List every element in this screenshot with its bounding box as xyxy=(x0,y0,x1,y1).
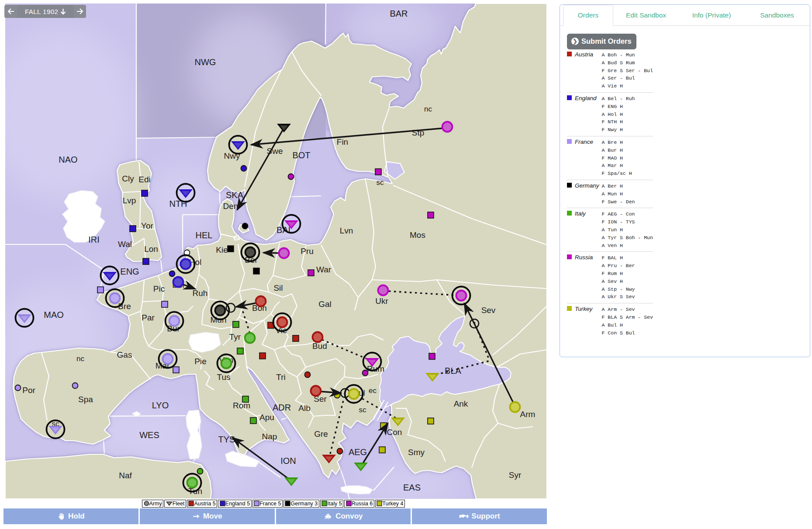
svg-text:Gas: Gas xyxy=(117,350,132,359)
svg-text:sc: sc xyxy=(359,406,367,414)
svg-text:Par: Par xyxy=(142,313,155,322)
svg-text:Sev: Sev xyxy=(481,306,496,315)
svg-text:War: War xyxy=(316,265,332,274)
svg-text:Lon: Lon xyxy=(144,244,158,254)
svg-text:Smy: Smy xyxy=(408,448,425,457)
svg-text:SKA: SKA xyxy=(226,190,244,200)
svg-text:Ank: Ank xyxy=(454,399,468,408)
svg-text:Ukr: Ukr xyxy=(375,296,388,306)
svg-text:MAO: MAO xyxy=(44,310,64,320)
svg-text:ec: ec xyxy=(369,386,377,395)
svg-text:Alb: Alb xyxy=(298,404,310,413)
svg-text:Cly: Cly xyxy=(122,174,134,183)
svg-text:Bud: Bud xyxy=(312,341,327,351)
svg-text:NAO: NAO xyxy=(59,155,77,164)
svg-text:Edi: Edi xyxy=(138,175,150,184)
svg-text:ENG: ENG xyxy=(120,267,139,276)
svg-text:Mos: Mos xyxy=(410,230,425,240)
svg-text:Kie: Kie xyxy=(216,245,228,254)
svg-text:Apu: Apu xyxy=(259,413,274,422)
svg-text:Spa: Spa xyxy=(78,395,93,404)
svg-text:BAR: BAR xyxy=(390,9,408,18)
svg-text:Naf: Naf xyxy=(119,471,132,480)
svg-text:Yor: Yor xyxy=(141,221,153,230)
svg-text:AEG: AEG xyxy=(349,447,367,457)
svg-text:TYS: TYS xyxy=(218,435,235,444)
svg-text:Pru: Pru xyxy=(301,247,314,256)
svg-text:IRI: IRI xyxy=(88,235,100,244)
svg-text:Lvp: Lvp xyxy=(123,196,136,205)
svg-text:nc: nc xyxy=(76,355,84,363)
svg-text:Arm: Arm xyxy=(520,410,536,419)
svg-text:ION: ION xyxy=(280,456,296,466)
svg-text:Gre: Gre xyxy=(314,429,328,439)
svg-text:Tyr: Tyr xyxy=(229,332,241,341)
svg-text:Gal: Gal xyxy=(318,299,332,309)
svg-text:Sil: Sil xyxy=(273,283,283,292)
svg-text:Por: Por xyxy=(22,386,35,395)
svg-text:ADR: ADR xyxy=(273,403,291,412)
svg-text:Pic: Pic xyxy=(153,284,165,293)
svg-text:BOT: BOT xyxy=(292,150,310,160)
svg-text:NTH: NTH xyxy=(169,199,187,209)
svg-text:WES: WES xyxy=(139,430,159,440)
svg-text:HEL: HEL xyxy=(196,230,213,240)
svg-text:NWG: NWG xyxy=(195,57,216,67)
svg-text:Ruh: Ruh xyxy=(193,289,208,298)
svg-text:Lvn: Lvn xyxy=(340,226,353,235)
svg-text:Nap: Nap xyxy=(262,432,277,441)
svg-text:Wal: Wal xyxy=(118,240,132,249)
svg-text:EAS: EAS xyxy=(403,483,421,492)
svg-text:Tus: Tus xyxy=(217,372,231,382)
svg-text:nc: nc xyxy=(424,105,432,113)
svg-text:Syr: Syr xyxy=(509,470,522,480)
svg-text:Nwy: Nwy xyxy=(224,151,240,160)
svg-text:Fin: Fin xyxy=(337,137,348,146)
svg-text:Den: Den xyxy=(223,202,238,211)
svg-text:Con: Con xyxy=(387,428,402,437)
svg-text:Pie: Pie xyxy=(194,357,206,366)
svg-text:Tri: Tri xyxy=(276,372,285,382)
svg-text:LYO: LYO xyxy=(152,400,169,410)
svg-text:Rum: Rum xyxy=(367,364,384,373)
svg-text:sc: sc xyxy=(377,178,384,187)
